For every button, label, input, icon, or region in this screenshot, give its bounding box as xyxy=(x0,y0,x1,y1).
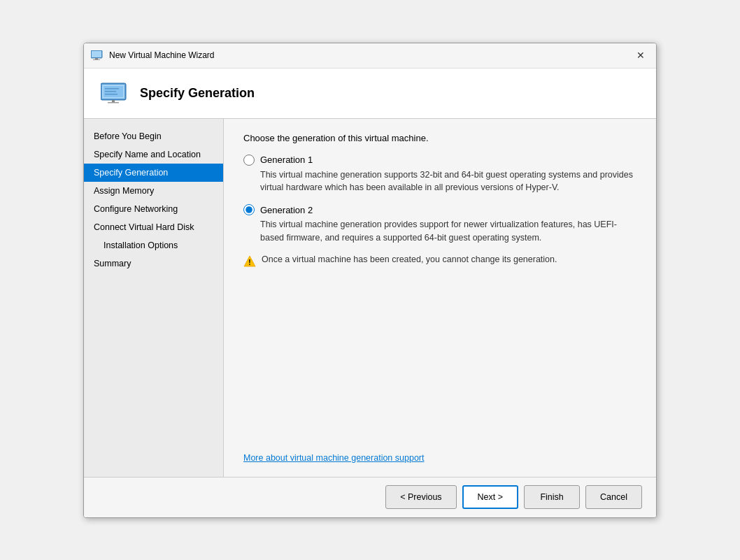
sidebar-item-assign-memory[interactable]: Assign Memory xyxy=(84,182,223,200)
wizard-body: Before You Begin Specify Name and Locati… xyxy=(84,119,656,477)
generation2-label[interactable]: Generation 2 xyxy=(260,205,313,215)
finish-button[interactable]: Finish xyxy=(524,485,580,509)
wizard-content: Choose the generation of this virtual ma… xyxy=(224,119,656,477)
link-area: More about virtual machine generation su… xyxy=(243,438,636,463)
warning-box: ! Once a virtual machine has been create… xyxy=(243,254,636,270)
generation1-description: This virtual machine generation supports… xyxy=(260,168,636,195)
generation2-option: Generation 2 This virtual machine genera… xyxy=(243,204,636,245)
title-bar-left: New Virtual Machine Wizard xyxy=(91,50,215,60)
svg-rect-1 xyxy=(92,51,101,57)
wizard-dialog: New Virtual Machine Wizard ✕ Specify Gen… xyxy=(83,43,657,518)
svg-text:!: ! xyxy=(248,259,250,266)
sidebar-item-summary[interactable]: Summary xyxy=(84,254,223,273)
close-button[interactable]: ✕ xyxy=(632,48,649,62)
generation2-radio[interactable] xyxy=(243,204,255,215)
cancel-button[interactable]: Cancel xyxy=(585,485,642,509)
sidebar-item-specify-generation[interactable]: Specify Generation xyxy=(84,164,223,182)
svg-rect-8 xyxy=(105,91,116,92)
sidebar-item-specify-name-location[interactable]: Specify Name and Location xyxy=(84,145,223,164)
generation2-label-row: Generation 2 xyxy=(243,204,636,215)
next-button[interactable]: Next > xyxy=(462,485,518,509)
title-bar-title: New Virtual Machine Wizard xyxy=(109,50,215,60)
radio-group: Generation 1 This virtual machine genera… xyxy=(243,155,636,245)
monitor-icon xyxy=(101,82,129,104)
generation1-option: Generation 1 This virtual machine genera… xyxy=(243,155,636,195)
svg-rect-3 xyxy=(93,59,100,60)
wizard-title: Specify Generation xyxy=(140,86,255,101)
content-intro: Choose the generation of this virtual ma… xyxy=(243,133,636,143)
warning-text: Once a virtual machine has been created,… xyxy=(262,254,557,264)
sidebar-item-configure-networking[interactable]: Configure Networking xyxy=(84,200,223,218)
warning-icon: ! xyxy=(243,255,256,270)
generation2-description: This virtual machine generation provides… xyxy=(260,218,636,245)
help-link[interactable]: More about virtual machine generation su… xyxy=(243,453,424,463)
svg-rect-9 xyxy=(105,94,118,95)
generation1-radio[interactable] xyxy=(243,155,255,166)
generation1-label-row: Generation 1 xyxy=(243,155,636,166)
svg-rect-11 xyxy=(108,102,119,103)
svg-rect-2 xyxy=(95,58,98,59)
vm-icon-small xyxy=(91,50,104,60)
generation1-label[interactable]: Generation 1 xyxy=(260,155,313,165)
sidebar-item-connect-vhd[interactable]: Connect Virtual Hard Disk xyxy=(84,218,223,236)
previous-button[interactable]: < Previous xyxy=(385,485,456,509)
sidebar-item-before-you-begin[interactable]: Before You Begin xyxy=(84,127,223,145)
wizard-footer: < Previous Next > Finish Cancel xyxy=(84,477,656,517)
wizard-sidebar: Before You Begin Specify Name and Locati… xyxy=(84,119,224,477)
svg-rect-10 xyxy=(112,100,115,102)
title-bar: New Virtual Machine Wizard ✕ xyxy=(84,43,656,69)
wizard-header: Specify Generation xyxy=(84,69,656,119)
sidebar-item-installation-options[interactable]: Installation Options xyxy=(84,236,223,254)
svg-rect-7 xyxy=(105,88,119,89)
